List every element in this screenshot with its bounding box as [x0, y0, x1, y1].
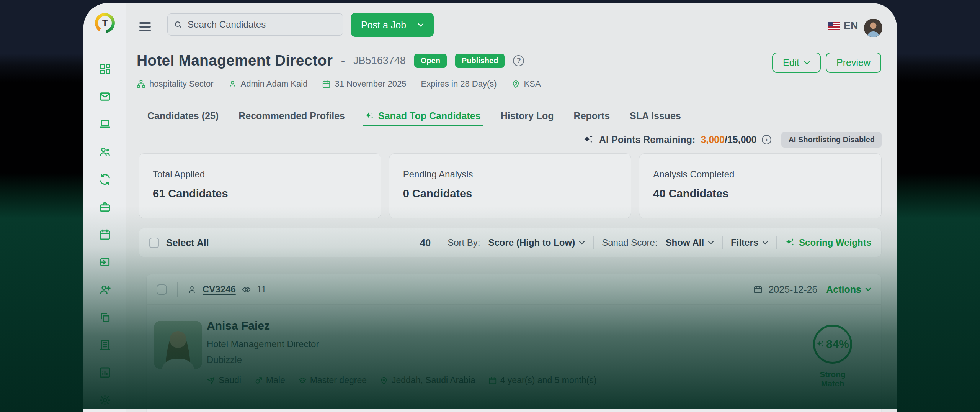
applied-date: 2025-12-26	[768, 284, 817, 295]
job-admin: Admin Adam Kaid	[228, 79, 308, 89]
admin-user-icon	[228, 80, 237, 89]
divider	[177, 282, 178, 297]
user-avatar[interactable]	[864, 19, 882, 37]
language-switcher[interactable]: EN	[828, 20, 858, 32]
help-icon[interactable]: ?	[513, 55, 524, 66]
match-score-label: Strong Match	[811, 370, 854, 388]
tab-sla-issues[interactable]: SLA Issues	[630, 103, 681, 126]
search-input[interactable]	[187, 19, 337, 30]
divider	[593, 236, 594, 249]
male-icon	[254, 376, 263, 385]
info-icon[interactable]: i	[762, 135, 771, 144]
tab-bar: Candidates (25) Recommended Profiles San…	[137, 103, 882, 126]
job-header-actions: Edit Preview	[772, 53, 881, 73]
calendar-icon	[753, 285, 763, 294]
laptop-icon[interactable]	[99, 118, 111, 130]
edit-label: Edit	[783, 57, 799, 68]
title-separator: -	[341, 54, 345, 67]
tab-candidates[interactable]: Candidates (25)	[147, 103, 219, 126]
candidate-name[interactable]: Anisa Faiez	[207, 319, 597, 332]
brand-logo[interactable]: T	[95, 13, 115, 33]
sort-by-dropdown[interactable]: Score (High to Low)	[488, 237, 585, 248]
tab-sanad-top-candidates[interactable]: Sanad Top Candidates	[365, 103, 481, 126]
company-icon[interactable]	[99, 339, 111, 351]
stat-label: Pending Analysis	[403, 169, 617, 180]
divider	[722, 236, 723, 249]
chevron-down-icon	[708, 241, 714, 245]
tab-history-log[interactable]: History Log	[501, 103, 554, 126]
cv-id-link[interactable]: CV3246	[203, 284, 236, 295]
calendar-icon[interactable]	[99, 228, 111, 241]
candidate-tags: Saudi Male Master degree Jeddah, Sa	[207, 375, 597, 386]
briefcase-icon[interactable]	[99, 201, 111, 213]
copy-icon[interactable]	[99, 311, 111, 323]
search-icon	[174, 20, 182, 29]
match-score-value: 84%	[826, 338, 849, 351]
sign-in-icon[interactable]	[99, 256, 111, 268]
gender-tag: Male	[254, 375, 285, 386]
select-all-checkbox[interactable]	[149, 238, 159, 248]
stat-value: 40 Candidates	[653, 187, 867, 200]
calendar-icon	[322, 80, 331, 89]
candidate-card-header: CV3246 11 2025-12-26 Actions	[146, 274, 882, 305]
sidebar: T	[83, 3, 126, 412]
team-icon[interactable]	[99, 146, 111, 158]
status-badge-published: Published	[455, 54, 505, 68]
filter-bar: Select All 40 Sort By: Score (High to Lo…	[139, 228, 882, 257]
job-meta-row: hospitality Sector Admin Adam Kaid 31 No…	[137, 79, 541, 89]
chevron-down-icon	[804, 61, 810, 65]
status-badge-open: Open	[414, 54, 447, 68]
stats-cards: Total Applied 61 Candidates Pending Anal…	[139, 153, 882, 218]
divider	[439, 236, 439, 249]
menu-toggle-icon[interactable]	[139, 22, 151, 31]
job-expiry-label: Expires in 28 Day(s)	[421, 79, 497, 89]
education-icon	[298, 376, 307, 385]
send-icon	[207, 376, 215, 385]
scoring-weights-button[interactable]: Scoring Weights	[785, 237, 871, 248]
sparkles-icon	[583, 135, 594, 145]
sidebar-nav	[83, 63, 126, 406]
nationality-tag: Saudi	[207, 375, 241, 386]
chevron-down-icon	[865, 287, 871, 291]
results-count: 40	[420, 237, 431, 248]
mail-icon[interactable]	[99, 90, 111, 103]
edit-button[interactable]: Edit	[772, 53, 821, 73]
actions-dropdown[interactable]: Actions	[826, 284, 871, 295]
sanad-score-dropdown[interactable]: Show All	[666, 237, 714, 248]
stat-label: Analysis Completed	[653, 169, 867, 180]
tab-recommended-profiles[interactable]: Recommended Profiles	[238, 103, 345, 126]
us-flag-icon	[828, 22, 840, 30]
chevron-down-icon	[762, 241, 768, 245]
preview-label: Preview	[836, 57, 871, 68]
stat-value: 61 Candidates	[153, 187, 367, 200]
stat-card-pending-analysis: Pending Analysis 0 Candidates	[389, 153, 632, 218]
search-box	[167, 13, 343, 36]
sparkles-icon	[785, 238, 795, 248]
settings-icon[interactable]	[99, 394, 111, 406]
location-tag: Jeddah, Saudi Arabia	[380, 375, 475, 386]
sort-by-label: Sort By:	[448, 237, 480, 248]
divider	[776, 236, 777, 249]
education-tag: Master degree	[298, 375, 367, 386]
stat-value: 0 Candidates	[403, 187, 617, 200]
views-count: 11	[257, 284, 266, 295]
select-all-label: Select All	[166, 237, 209, 248]
job-location-label: KSA	[524, 79, 541, 89]
candidate-company: Dubizzle	[207, 355, 597, 365]
sanad-score-label: Sanad Score:	[602, 237, 657, 248]
reports-icon[interactable]	[99, 366, 111, 379]
candidate-checkbox[interactable]	[157, 284, 167, 295]
filters-dropdown[interactable]: Filters	[731, 237, 768, 248]
tab-reports[interactable]: Reports	[574, 103, 610, 126]
experience-tag: 4 year(s) and 5 month(s)	[488, 375, 597, 386]
dashboard-icon[interactable]	[99, 63, 111, 75]
job-date: 31 November 2025	[322, 79, 406, 89]
sync-icon[interactable]	[99, 173, 111, 185]
preview-button[interactable]: Preview	[826, 53, 881, 73]
add-user-icon[interactable]	[99, 284, 111, 296]
chevron-down-icon	[418, 23, 424, 27]
stat-card-total-applied: Total Applied 61 Candidates	[139, 153, 381, 218]
ai-shortlisting-badge: AI Shortlisting Disabled	[781, 132, 882, 148]
post-a-job-button[interactable]: Post a Job	[351, 13, 434, 37]
job-date-label: 31 November 2025	[335, 79, 406, 89]
